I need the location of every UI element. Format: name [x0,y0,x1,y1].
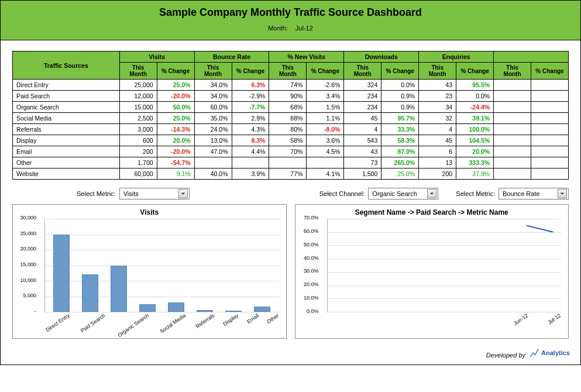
cell: -8.0% [307,124,344,135]
table-row: Direct Entry25,00025.0%34.0%6.3%74%-2.6%… [13,80,569,91]
table-row: Paid Search12,000-20.0%34.0%-2.9%90%3.4%… [13,91,569,102]
cell: -14.3% [157,124,194,135]
cell: 88% [269,113,307,124]
x-tick-label: Display [222,312,252,345]
cell: 4.3% [232,124,269,135]
th-this-month: This Month [419,63,456,80]
cell: 12,000 [119,91,157,102]
th-change: % Change [381,63,419,80]
th-change: % Change [531,63,569,80]
month-label: Month: [268,25,288,32]
cell-src: Other [13,157,120,169]
cell: 34 [419,102,456,113]
dashboard-page: Sample Company Monthly Traffic Source Da… [0,0,581,365]
cell: -7.7% [232,102,269,113]
cell [494,169,531,180]
month-row: Month: Jul-12 [1,25,580,32]
cell: 20.0% [456,146,494,157]
th-change: % Change [232,63,269,80]
select-channel-label: Select Channel: [319,190,365,197]
cell: 25.0% [381,169,419,180]
cell [494,135,531,146]
cell: -2.9% [232,91,269,102]
select-channel[interactable]: Organic Search [368,188,438,200]
cell: 0.9% [381,102,419,113]
bar-chart-title: Visits [18,208,281,216]
x-tick-label: Jul-12 [547,312,575,343]
cell: 0.0% [381,80,419,91]
table-row: Other1,700-54.7%73265.0%13333.3% [13,157,569,169]
cell: 1,500 [344,169,381,180]
cell [531,135,569,146]
cell: 25,000 [119,80,157,91]
cell: 77% [269,169,307,180]
cell [494,91,531,102]
y-tick-label: 30.0% [297,268,319,274]
x-tick-label: Referrals [194,312,228,348]
th-visits: Visits [119,51,194,63]
cell: 13.0% [194,135,232,146]
cell: 58% [269,135,307,146]
cell: 543 [344,135,381,146]
cell [494,113,531,124]
cell: 45 [419,135,456,146]
cell [494,80,531,91]
cell: 2.9% [232,113,269,124]
cell [531,102,569,113]
page-title: Sample Company Monthly Traffic Source Da… [1,6,580,19]
cell: 100.0% [456,124,494,135]
chevron-down-icon [178,189,188,198]
cell: 50.0% [157,102,194,113]
y-tick-label: 70.0% [297,215,319,221]
cell: 68% [269,102,307,113]
cell: 3.4% [307,91,344,102]
cell: 3.6% [307,135,344,146]
cell: 95.7% [381,113,419,124]
charts-row: Visits Direct EntryPaid SearchOrganic Se… [12,204,569,339]
y-tick-label: 40.0% [297,255,319,261]
th-this-month: This Month [494,63,531,80]
controls-row: Select Metric: Visits Select Channel: Or… [12,188,569,200]
cell: -2.6% [307,80,344,91]
cell: 234 [344,91,381,102]
cell: 600 [119,135,157,146]
y-tick-label: 10.0% [297,295,319,301]
cell: 1.5% [307,102,344,113]
th-blank [494,51,569,63]
cell: 1,700 [119,157,157,169]
cell: 20.0% [157,135,194,146]
cell [494,102,531,113]
cell [531,157,569,169]
cell: 13 [419,157,456,169]
select-metric-left-label: Select Metric: [77,190,116,197]
th-change: % Change [456,63,494,80]
select-channel-value: Organic Search [372,190,427,197]
cell: 34.0% [194,91,232,102]
select-metric-right-label: Select Metric: [456,190,495,197]
cell: 2,500 [119,113,157,124]
svg-point-1 [537,349,539,351]
cell: 45 [344,113,381,124]
cell-src: Direct Entry [13,80,120,91]
cell [531,124,569,135]
cell: 333.3% [456,157,494,169]
cell: -24.4% [456,102,494,113]
th-bounce-rate: Bounce Rate [194,51,269,63]
cell [531,146,569,157]
x-tick-label: Other [266,312,293,343]
y-tick-label: 30,000 [14,215,36,221]
cell: 58.3% [381,135,419,146]
cell: 0.9% [381,91,419,102]
cell [307,157,344,169]
y-tick-label: 25,000 [14,231,36,236]
cell: 25.0% [157,80,194,91]
select-metric-right[interactable]: Bounce Rate [499,188,569,200]
select-metric-left[interactable]: Visits [119,188,190,200]
developed-by-label: Developed by [486,352,525,359]
table-row: Website60,0009.1%40.0%3.9%77%4.1%1,50025… [13,169,569,180]
table-row: Email200-20.0%47.0%4.4%70%4.5%4387.0%620… [13,146,569,157]
cell: 23 [419,91,456,102]
content-area: Traffic Sources Visits Bounce Rate % New… [1,40,580,345]
y-tick-label: 0.0% [297,308,319,314]
th-this-month: This Month [194,63,232,80]
